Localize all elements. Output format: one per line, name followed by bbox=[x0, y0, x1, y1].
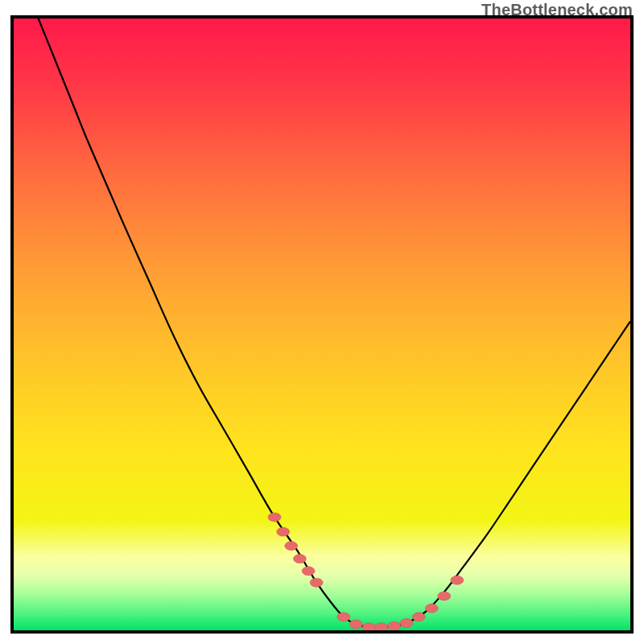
marker-point bbox=[400, 618, 413, 627]
marker-point bbox=[362, 623, 375, 630]
plot-svg bbox=[14, 19, 630, 630]
marker-point bbox=[302, 567, 315, 576]
marker-point bbox=[349, 620, 362, 629]
plot-frame bbox=[10, 15, 634, 634]
marker-point bbox=[451, 576, 464, 584]
chart-container: TheBottleneck.com bbox=[0, 0, 644, 644]
marker-point bbox=[268, 513, 281, 522]
marker-point bbox=[375, 623, 388, 630]
marker-point bbox=[412, 613, 425, 621]
gradient-background bbox=[14, 19, 630, 630]
marker-point bbox=[310, 578, 323, 587]
marker-point bbox=[293, 555, 306, 564]
marker-point bbox=[438, 592, 451, 601]
marker-point bbox=[337, 613, 350, 621]
marker-point bbox=[285, 542, 298, 551]
marker-point bbox=[425, 604, 438, 613]
marker-point bbox=[388, 621, 401, 630]
marker-point bbox=[277, 527, 290, 536]
